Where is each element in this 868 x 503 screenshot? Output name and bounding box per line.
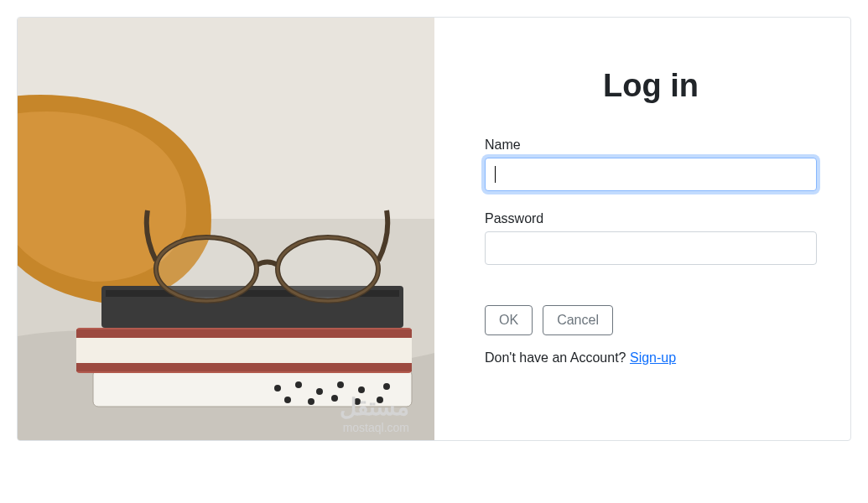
svg-point-9	[383, 383, 390, 390]
svg-point-4	[274, 385, 281, 392]
svg-point-14	[377, 397, 383, 403]
button-row: OK Cancel	[485, 305, 817, 335]
password-label: Password	[485, 211, 817, 226]
cancel-button[interactable]: Cancel	[543, 305, 613, 335]
svg-rect-17	[76, 363, 412, 371]
ok-button[interactable]: OK	[485, 305, 533, 335]
illustration-panel: مستقل mostaql.com	[18, 18, 434, 441]
signup-link[interactable]: Sign-up	[630, 350, 676, 365]
password-input[interactable]	[485, 231, 817, 265]
svg-point-8	[358, 386, 365, 393]
login-card: مستقل mostaql.com Log in Name Password O…	[17, 17, 851, 441]
name-label: Name	[485, 137, 817, 153]
svg-rect-18	[76, 338, 412, 363]
svg-point-12	[331, 395, 338, 402]
svg-point-6	[316, 388, 323, 395]
svg-rect-16	[76, 329, 412, 338]
name-input[interactable]	[485, 158, 817, 191]
name-field-group: Name	[485, 137, 817, 191]
svg-point-10	[284, 397, 291, 403]
login-form-panel: Log in Name Password OK Cancel Don't hav…	[434, 18, 850, 440]
signup-row: Don't have an Account? Sign-up	[485, 350, 817, 366]
svg-point-13	[354, 398, 361, 405]
page-title: Log in	[485, 68, 817, 104]
svg-point-11	[308, 398, 314, 405]
text-cursor	[495, 166, 496, 183]
signup-prompt: Don't have an Account?	[485, 350, 630, 365]
password-field-group: Password	[485, 211, 817, 265]
svg-point-5	[295, 381, 302, 388]
svg-point-7	[337, 381, 344, 388]
books-glasses-image	[18, 18, 434, 441]
